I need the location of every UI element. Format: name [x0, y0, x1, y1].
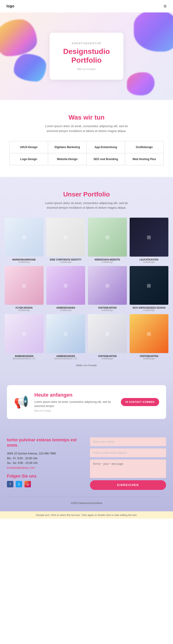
services-section: Was wir tun Lorem ipsum dolor sit amet, …	[0, 100, 173, 177]
name-input[interactable]	[90, 438, 166, 446]
hamburger-icon[interactable]: ≡	[163, 3, 166, 9]
megaphone-icon: 📢	[14, 395, 29, 409]
service-item[interactable]: Website-Design	[48, 153, 87, 165]
cta-img-credit: Bild von Freepik	[34, 410, 115, 412]
portfolio-item[interactable]: ▦ FLYER-DESIGN Grafikdesign	[5, 266, 44, 312]
service-item[interactable]: Digitales Marketing	[48, 141, 87, 153]
service-item[interactable]: Grafikdesign	[125, 141, 163, 153]
hero-title: Designstudio Portfolio	[61, 47, 112, 65]
service-item[interactable]: App-Entwicklung	[87, 141, 125, 153]
portfolio-item-category: Grafikdesign	[130, 309, 168, 312]
portfolio-item-category: Benutzeroberfläche / UX	[46, 358, 85, 360]
services-title: Was wir tun	[9, 114, 164, 121]
service-item[interactable]: Logo-Design	[10, 153, 48, 165]
twitter-icon[interactable]: 𝕏	[16, 481, 22, 488]
cta-title: Heute anfangen	[34, 392, 115, 398]
portfolio-item-category: Grafikdesign	[5, 309, 44, 312]
portfolio-item-category: Benutzeroberfläche / UX	[5, 358, 44, 360]
footer-email-link[interactable]: kontakte@esbnyc.com	[7, 466, 35, 470]
hero-section: KREATIVAGENTUR Designstudio Portfolio Bi…	[0, 12, 173, 100]
facebook-icon[interactable]: f	[7, 481, 13, 488]
portfolio-item[interactable]: ▦ ANWENDUNGEN Grafikdesign	[46, 266, 85, 312]
portfolio-thumbnail: ▦	[130, 266, 168, 305]
footer-address-text: 3045 10 Sunrize Avenue, 123-456-7890Mo.-…	[7, 451, 83, 470]
blob-4	[127, 72, 154, 95]
portfolio-credit: Bilder von Freepik	[5, 364, 168, 367]
portfolio-thumbnail: ▦	[46, 314, 85, 353]
portfolio-item-name: SICH ANPASSENDES DESIGN	[130, 306, 168, 309]
portfolio-item[interactable]: ▦ EINE CORPORATE IDENTITY Grafikdesign	[46, 218, 85, 263]
message-input[interactable]	[90, 460, 166, 478]
portfolio-item[interactable]: ▦ SICH ANPASSENDES DESIGN Grafikdesign	[130, 266, 168, 312]
portfolio-description: Lorem ipsum dolor sit amet, consectetur …	[40, 201, 133, 210]
portfolio-item-name: FLYER-DESIGN	[5, 306, 44, 309]
service-item[interactable]: UI/UX-Design	[10, 141, 48, 153]
portfolio-item-category: Grafikdesign	[46, 309, 85, 312]
footer: tortor pulvinar esteras loremips est ore…	[0, 426, 173, 511]
email-input[interactable]	[90, 448, 166, 457]
footer-address-col: tortor pulvinar esteras loremips est ore…	[7, 438, 83, 490]
blob-2	[14, 54, 46, 82]
portfolio-item-name: WEBDESIGN-WEBSITE	[88, 258, 127, 261]
cta-text: Heute anfangen Lorem ipsum dolor sit ame…	[34, 392, 115, 412]
footer-bottom: ©2023 Datenschutzrichtlinie	[7, 497, 166, 504]
portfolio-thumbnail: ▦	[88, 314, 127, 353]
blob-1	[0, 19, 37, 56]
portfolio-item-category: Grafikdesign	[88, 358, 127, 360]
portfolio-item-category: Grafikdesign	[5, 261, 44, 263]
portfolio-section: Unser Portfolio Lorem ipsum dolor sit am…	[0, 177, 173, 378]
portfolio-item-name: LEUCHTKASTEN	[130, 258, 168, 261]
footer-grid: tortor pulvinar esteras loremips est ore…	[7, 438, 166, 490]
portfolio-item-name: MARKENKAMPAGNE	[5, 258, 44, 261]
portfolio-item[interactable]: ▦ VISITENKARTEN Grafikdesign	[88, 314, 127, 360]
cta-description: Lorem ipsum dolor sit amet, consectetur …	[34, 400, 115, 408]
follow-title: Folgen Sie uns	[7, 474, 83, 478]
portfolio-item[interactable]: ▦ WEBDESIGN-WEBSITE Grafikdesign	[88, 218, 127, 263]
portfolio-item-name: ANWENDUNGEN	[5, 355, 44, 358]
copyright-text: ©2023 Datenschutzrichtlinie	[71, 502, 102, 504]
portfolio-item-category: Grafikdesign	[130, 261, 168, 263]
portfolio-item-category: Grafikdesign	[130, 358, 168, 360]
portfolio-item[interactable]: ▦ MARKENKAMPAGNE Grafikdesign	[5, 218, 44, 263]
cta-button[interactable]: IN KONTAKT KOMMEN	[121, 398, 159, 406]
portfolio-thumbnail: ▦	[46, 266, 85, 305]
footer-address-title: tortor pulvinar esteras loremips est ore…	[7, 438, 83, 448]
portfolio-grid: ▦ MARKENKAMPAGNE Grafikdesign ▦ EINE COR…	[5, 218, 168, 360]
portfolio-thumbnail: ▦	[88, 266, 127, 305]
hero-card: KREATIVAGENTUR Designstudio Portfolio Bi…	[50, 33, 123, 80]
hero-img-credit: Bild von Freepik	[61, 68, 112, 70]
service-item[interactable]: SEO und Branding	[87, 153, 125, 165]
instagram-icon[interactable]: ◎	[25, 481, 31, 488]
portfolio-thumbnail: ▦	[130, 314, 168, 353]
portfolio-item-category: Grafikdesign	[46, 261, 85, 263]
sample-text: Sample text. Click to select the text bo…	[36, 514, 137, 516]
portfolio-item[interactable]: ▦ VISITENKARTEN Grafikdesign	[130, 314, 168, 360]
navbar: logo ≡	[0, 0, 173, 12]
portfolio-item[interactable]: ▦ LEUCHTKASTEN Grafikdesign	[130, 218, 168, 263]
cta-card: 📢 Heute anfangen Lorem ipsum dolor sit a…	[7, 385, 166, 419]
portfolio-thumbnail: ▦	[5, 266, 44, 305]
services-grid: UI/UX-DesignDigitales MarketingApp-Entwi…	[9, 141, 164, 166]
services-description: Lorem ipsum dolor sit amet, consectetur …	[40, 124, 133, 134]
portfolio-item-name: ANWENDUNGEN	[46, 306, 85, 309]
cta-section: 📢 Heute anfangen Lorem ipsum dolor sit a…	[0, 378, 173, 426]
portfolio-thumbnail: ▦	[130, 218, 168, 256]
portfolio-item-name: ANWENDUNGEN	[46, 355, 85, 358]
portfolio-item-name: VISITENKARTEN	[88, 355, 127, 358]
portfolio-item-category: Grafikdesign	[88, 309, 127, 312]
footer-form: EINREICHEN	[90, 438, 166, 490]
hero-subtitle: KREATIVAGENTUR	[61, 42, 112, 45]
portfolio-item[interactable]: ▦ ANWENDUNGEN Benutzeroberfläche / UX	[46, 314, 85, 360]
portfolio-thumbnail: ▦	[88, 218, 127, 256]
logo: logo	[7, 4, 14, 8]
portfolio-thumbnail: ▦	[5, 218, 44, 256]
footer-form-col: EINREICHEN	[90, 438, 166, 490]
portfolio-item[interactable]: ▦ ANWENDUNGEN Benutzeroberfläche / UX	[5, 314, 44, 360]
submit-button[interactable]: EINREICHEN	[90, 480, 166, 490]
portfolio-item-name: EINE CORPORATE IDENTITY	[46, 258, 85, 261]
portfolio-thumbnail: ▦	[5, 314, 44, 353]
portfolio-title: Unser Portfolio	[5, 191, 168, 198]
service-item[interactable]: Web Hosting Plus	[125, 153, 163, 165]
portfolio-item[interactable]: ▦ VISITENKARTEN Grafikdesign	[88, 266, 127, 312]
portfolio-item-name: VISITENKARTEN	[130, 355, 168, 358]
